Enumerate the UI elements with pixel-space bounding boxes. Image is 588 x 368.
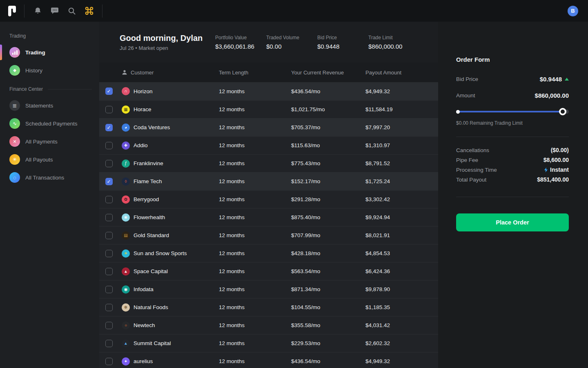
place-order-button[interactable]: Place Order — [456, 213, 569, 231]
stat-label: Traded Volume — [266, 35, 317, 40]
sidebar-item-all-payments[interactable]: ✕ All Payments — [0, 132, 99, 150]
sidebar-item-label: Statements — [25, 103, 53, 109]
command-palette-icon[interactable] — [85, 7, 94, 16]
table-row[interactable]: ✓ ✽ Natural Foods 12 months $104.55/mo $… — [99, 298, 438, 316]
customer-avatar: ✽ — [122, 303, 130, 312]
customer-avatar: ◊ — [122, 177, 130, 186]
table-row[interactable]: ✓ ▲ Summit Capital 12 months $229.53/mo … — [99, 334, 438, 352]
customer-avatar: ▦ — [122, 105, 130, 114]
current-revenue-cell: $775.43/mo — [291, 160, 365, 166]
row-checkbox[interactable]: ✓ — [105, 358, 113, 365]
row-checkbox[interactable]: ✓ — [105, 160, 113, 167]
row-checkbox[interactable]: ✓ — [105, 88, 113, 95]
summary-row: Cancellations ($0.00) — [456, 145, 569, 155]
sidebar-item-statements[interactable]: ≣ Statements — [0, 96, 99, 114]
slider-track-filled[interactable] — [456, 111, 563, 112]
topbar: B — [0, 0, 588, 22]
pipe-logo[interactable] — [0, 6, 24, 16]
table-row[interactable]: ✓ ◊ Flame Tech 12 months $152.17/mo $1,7… — [99, 172, 438, 190]
row-checkbox[interactable]: ✓ — [105, 124, 113, 131]
customer-table: ✓ ∩ Horizon 12 months $436.54/mo $4,949.… — [99, 82, 438, 368]
customer-avatar: ❀ — [122, 213, 130, 222]
table-row[interactable]: ✓ ◕ Coda Ventures 12 months $705.37/mo $… — [99, 118, 438, 136]
sidebar-item-history[interactable]: ◆ History — [0, 61, 99, 79]
row-checkbox[interactable]: ✓ — [105, 142, 113, 149]
sidebar-item-scheduled-payments[interactable]: ∿ Scheduled Payments — [0, 114, 99, 132]
summary-label: Cancellations — [456, 147, 489, 153]
row-checkbox[interactable]: ✓ — [105, 250, 113, 257]
summary-value: ($0.00) — [551, 147, 569, 153]
table-row[interactable]: ✓ ❀ Flowerhealth 12 months $875.40/mo $9… — [99, 208, 438, 226]
table-row[interactable]: ✓ ◉ Infodata 12 months $871.34/mo $9,878… — [99, 280, 438, 298]
amount-label: Amount — [456, 92, 475, 99]
customer-name: Horace — [134, 106, 151, 112]
customer-avatar: ∩ — [122, 87, 130, 95]
current-revenue-cell: $428.18/mo — [291, 250, 365, 256]
current-revenue-cell: $875.40/mo — [291, 214, 365, 220]
customer-name: Berrygood — [134, 196, 159, 202]
current-revenue-cell: $563.54/mo — [291, 268, 365, 274]
column-header-term: Term Length — [219, 70, 291, 76]
current-revenue-cell: $1,021.75/mo — [291, 106, 365, 112]
customer-avatar: ○ — [122, 321, 130, 330]
summary-row: Pipe Fee $8,600.00 — [456, 155, 569, 165]
table-row[interactable]: ✓ ∩ Horizon 12 months $436.54/mo $4,949.… — [99, 82, 438, 100]
row-checkbox[interactable]: ✓ — [105, 340, 113, 347]
row-checkbox[interactable]: ✓ — [105, 268, 113, 275]
customer-name: Flame Tech — [134, 178, 162, 184]
sidebar-item-trading[interactable]: Trading — [0, 43, 99, 61]
amount-slider[interactable] — [456, 108, 569, 115]
current-revenue-cell: $436.54/mo — [291, 358, 365, 364]
customer-avatar: ☀ — [122, 249, 130, 258]
payments-x-icon: ✕ — [9, 136, 20, 147]
summary-label: Pipe Fee — [456, 157, 478, 163]
stat-label: Bid Price — [317, 35, 368, 40]
messages-chat-icon[interactable] — [50, 7, 59, 16]
table-row[interactable]: ✓ ▤ Gold Standard 12 months $707.99/mo $… — [99, 226, 438, 244]
row-checkbox[interactable]: ✓ — [105, 214, 113, 221]
row-checkbox[interactable]: ✓ — [105, 178, 113, 185]
trend-up-icon — [565, 78, 569, 81]
transactions-ring-icon: ◌ — [9, 172, 20, 183]
search-icon[interactable] — [67, 7, 76, 16]
payout-amount-cell: $8,791.52 — [365, 160, 438, 166]
summary-value: $851,400.00 — [537, 176, 569, 183]
payout-amount-cell: $4,031.42 — [365, 322, 438, 328]
customer-name: Horizon — [134, 88, 153, 94]
sidebar-item-all-payouts[interactable]: ✳ All Payouts — [0, 150, 99, 168]
sidebar-item-label: All Transactions — [25, 175, 64, 181]
current-revenue-cell: $229.53/mo — [291, 340, 365, 346]
row-checkbox[interactable]: ✓ — [105, 286, 113, 293]
order-summary: Cancellations ($0.00) Pipe Fee $8,600.00… — [456, 145, 569, 184]
payout-amount-cell: $9,878.90 — [365, 286, 438, 292]
table-row[interactable]: ✓ ▦ Horace 12 months $1,021.75/mo $11,58… — [99, 100, 438, 118]
term-length-cell: 12 months — [219, 286, 291, 292]
table-row[interactable]: ✓ ✚ Addio 12 months $115.63/mo $1,310.97 — [99, 136, 438, 154]
table-row[interactable]: ✓ ▲ Space Capital 12 months $563.54/mo $… — [99, 262, 438, 280]
sidebar-section: Finance Center ≣ Statements ∿ Scheduled … — [0, 85, 99, 186]
term-length-cell: 12 months — [219, 214, 291, 220]
table-row[interactable]: ✓ ✦ aurelius 12 months $436.54/mo $4,949… — [99, 352, 438, 368]
row-checkbox[interactable]: ✓ — [105, 322, 113, 329]
table-row[interactable]: ✓ ○ Newtech 12 months $355.58/mo $4,031.… — [99, 316, 438, 334]
term-length-cell: 12 months — [219, 106, 291, 112]
customer-avatar: ▤ — [122, 231, 130, 240]
row-checkbox[interactable]: ✓ — [105, 196, 113, 203]
user-avatar[interactable]: B — [568, 6, 578, 16]
row-checkbox[interactable]: ✓ — [105, 232, 113, 239]
notifications-bell-icon[interactable] — [33, 7, 42, 16]
stat-value: $860,000.00 — [368, 43, 419, 50]
table-row[interactable]: ✓ ☀ Sun and Snow Sports 12 months $428.1… — [99, 244, 438, 262]
table-row[interactable]: ✓ ƒ Franklinvine 12 months $775.43/mo $8… — [99, 154, 438, 172]
sidebar-item-all-transactions[interactable]: ◌ All Transactions — [0, 168, 99, 186]
row-checkbox[interactable]: ✓ — [105, 106, 113, 113]
history-diamond-icon: ◆ — [9, 65, 20, 76]
row-checkbox[interactable]: ✓ — [105, 304, 113, 311]
summary-row: Total Payout $851,400.00 — [456, 175, 569, 184]
slider-thumb[interactable] — [559, 108, 566, 115]
payouts-asterisk-icon: ✳ — [9, 154, 20, 165]
customer-avatar: ƒ — [122, 159, 130, 168]
table-row[interactable]: ✓ ✿ Berrygood 12 months $291.28/mo $3,30… — [99, 190, 438, 208]
payout-amount-cell: $11,584.19 — [365, 106, 438, 112]
header-stat: Trade Limit $860,000.00 — [368, 35, 419, 50]
